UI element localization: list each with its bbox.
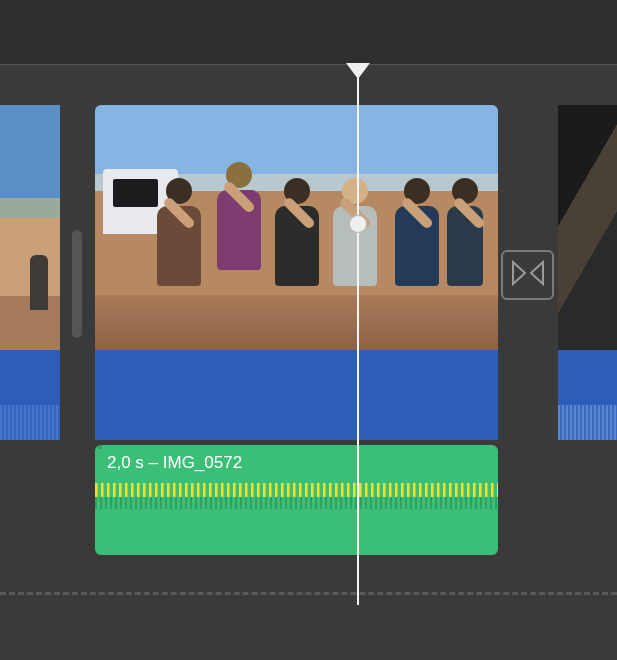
clip-thumbnail — [558, 105, 617, 350]
video-clip-main[interactable] — [95, 105, 498, 440]
video-clip-previous[interactable] — [0, 105, 60, 435]
clip-audio-waveform — [558, 350, 617, 440]
playhead-marker-icon — [346, 63, 370, 79]
track-divider — [0, 592, 617, 595]
vertical-scroll-handle[interactable] — [72, 230, 82, 338]
audio-connector-handle[interactable] — [98, 445, 102, 449]
detached-audio-clip[interactable]: 2,0 s – IMG_0572 — [95, 445, 498, 555]
clip-thumbnail — [0, 105, 60, 350]
playhead[interactable] — [357, 65, 359, 605]
video-clip-next[interactable] — [558, 105, 617, 435]
transition-button[interactable] — [501, 250, 554, 300]
audio-waveform-lower — [95, 497, 498, 509]
clip-thumbnail — [95, 105, 498, 350]
playhead-handle[interactable] — [349, 215, 367, 233]
audio-clip-label: 2,0 s – IMG_0572 — [95, 445, 498, 473]
clip-audio-waveform — [95, 350, 498, 440]
cross-dissolve-icon — [511, 260, 545, 290]
timeline[interactable]: 2,0 s – IMG_0572 — [0, 65, 617, 660]
toolbar-area — [0, 0, 617, 65]
clip-audio-waveform — [0, 350, 60, 440]
